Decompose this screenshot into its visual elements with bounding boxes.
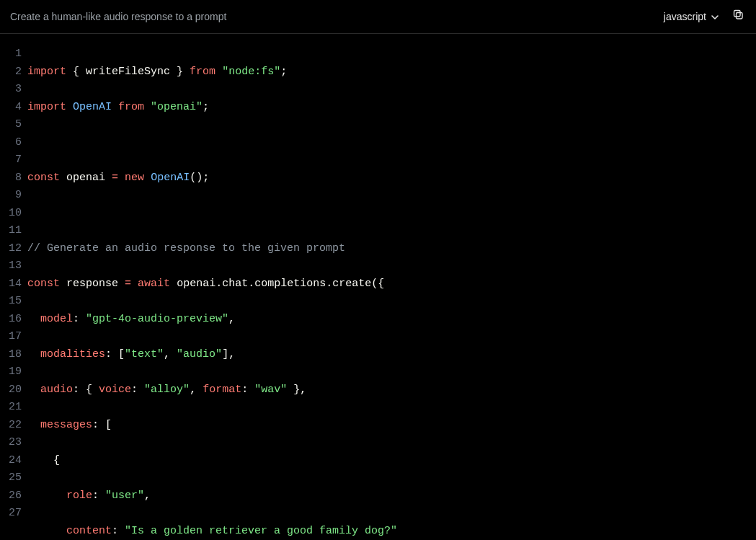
line-number: 24: [0, 452, 22, 470]
svg-rect-0: [737, 13, 743, 19]
line-number: 12: [0, 240, 22, 258]
line-number: 19: [0, 363, 22, 381]
copy-icon: [732, 9, 744, 25]
line-number: 8: [0, 169, 22, 187]
language-label: javascript: [664, 11, 706, 22]
line-number: 10: [0, 205, 22, 223]
line-number: 26: [0, 487, 22, 505]
line-number: 25: [0, 469, 22, 487]
line-number: 11: [0, 222, 22, 240]
line-number: 21: [0, 399, 22, 417]
line-number: 27: [0, 505, 22, 523]
line-number: 3: [0, 81, 22, 99]
line-number: 14: [0, 275, 22, 293]
line-number-gutter: 1234567891011121314151617181920212223242…: [0, 45, 27, 540]
code-content[interactable]: import { writeFileSync } from "node:fs";…: [27, 45, 756, 540]
line-number: 17: [0, 328, 22, 346]
line-number: 7: [0, 151, 22, 169]
line-number: 5: [0, 116, 22, 134]
header-actions: javascript: [664, 9, 744, 25]
line-number: 23: [0, 434, 22, 452]
line-number: 18: [0, 346, 22, 364]
code-snippet-panel: Create a human-like audio response to a …: [0, 0, 756, 540]
line-number: 6: [0, 134, 22, 152]
line-number: 13: [0, 257, 22, 275]
snippet-title: Create a human-like audio response to a …: [10, 11, 226, 22]
line-number: 9: [0, 187, 22, 205]
line-number: 4: [0, 99, 22, 117]
line-number: 22: [0, 417, 22, 435]
snippet-header: Create a human-like audio response to a …: [0, 0, 756, 34]
line-number: 15: [0, 293, 22, 311]
code-area: 1234567891011121314151617181920212223242…: [0, 34, 756, 540]
line-number: 1: [0, 45, 22, 63]
line-number: 2: [0, 63, 22, 81]
line-number: 20: [0, 381, 22, 399]
language-selector[interactable]: javascript: [664, 11, 719, 22]
svg-rect-1: [734, 11, 741, 17]
line-number: 16: [0, 311, 22, 329]
chevron-down-icon: [711, 12, 719, 21]
copy-button[interactable]: [732, 9, 744, 25]
